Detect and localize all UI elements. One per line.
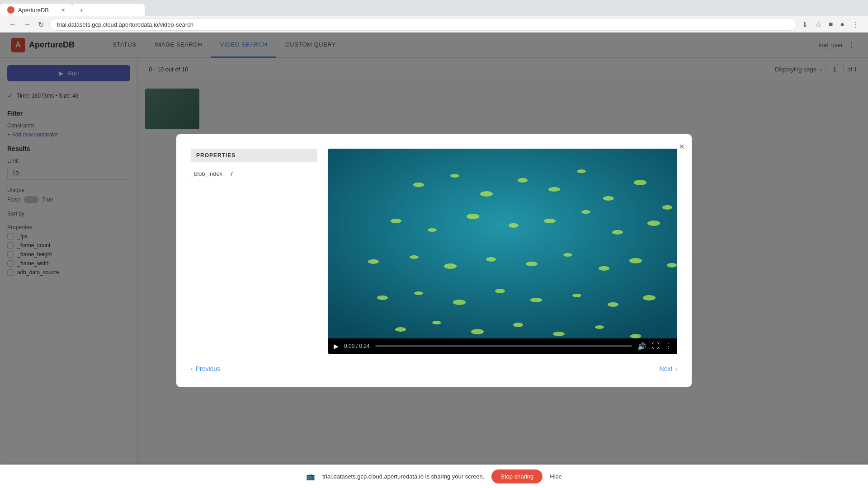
new-tab-button[interactable]: + xyxy=(72,4,145,16)
svg-point-20 xyxy=(410,255,419,259)
svg-point-36 xyxy=(643,295,656,300)
refresh-button[interactable]: ↻ xyxy=(36,19,46,31)
svg-point-26 xyxy=(629,258,642,263)
svg-point-22 xyxy=(486,257,496,262)
svg-point-43 xyxy=(630,334,641,338)
svg-point-2 xyxy=(450,174,459,178)
svg-point-9 xyxy=(662,205,672,210)
previous-button[interactable]: ‹ Previous xyxy=(191,365,220,372)
next-label: Next xyxy=(660,365,673,372)
screen-share-icon: 📺 xyxy=(306,472,315,481)
svg-point-10 xyxy=(391,219,401,223)
tab-bar: ApertureDB × + xyxy=(0,0,868,16)
prev-label: Previous xyxy=(196,365,220,372)
svg-point-12 xyxy=(467,214,479,219)
svg-rect-0 xyxy=(328,149,677,338)
svg-point-33 xyxy=(530,298,542,302)
modal-overlay[interactable]: × PROPERTIES _blob_index 7 xyxy=(0,33,868,488)
svg-point-11 xyxy=(428,228,437,232)
modal-video-panel: ▶ 0:00 / 0:24 🔊 ⛶ ⋮ xyxy=(328,149,677,354)
close-tab-button[interactable]: × xyxy=(61,6,65,14)
menu-icon[interactable]: ⋮ xyxy=(850,19,861,31)
svg-point-42 xyxy=(595,325,604,329)
svg-point-5 xyxy=(548,187,560,192)
extension-icon[interactable]: ■ xyxy=(827,19,835,30)
svg-point-23 xyxy=(526,262,538,266)
svg-point-30 xyxy=(414,291,423,295)
video-controls: ▶ 0:00 / 0:24 🔊 ⛶ ⋮ xyxy=(328,338,677,354)
svg-point-41 xyxy=(553,332,565,336)
modal-properties-panel: PROPERTIES _blob_index 7 xyxy=(191,149,317,354)
screen-share-message: trial.datasets.gcp.cloud.aperturedata.io… xyxy=(322,473,484,480)
svg-point-40 xyxy=(513,323,523,327)
tab-title: ApertureDB xyxy=(18,7,49,14)
stop-sharing-button[interactable]: Stop sharing xyxy=(491,469,542,483)
bookmark-icon[interactable]: ☆ xyxy=(813,19,823,31)
back-button[interactable]: ← xyxy=(7,19,18,30)
svg-point-1 xyxy=(413,183,424,187)
url-bar[interactable]: trial.datasets.gcp.cloud.aperturedata.io… xyxy=(49,18,797,31)
volume-button[interactable]: 🔊 xyxy=(637,342,646,351)
hide-button[interactable]: Hide xyxy=(550,473,562,480)
svg-point-8 xyxy=(634,180,646,185)
svg-point-29 xyxy=(377,296,388,300)
svg-point-13 xyxy=(509,223,519,228)
next-arrow-icon: › xyxy=(675,365,677,372)
modal-dialog: × PROPERTIES _blob_index 7 xyxy=(176,134,692,387)
modal-footer: ‹ Previous Next › xyxy=(191,365,677,372)
video-container: ▶ 0:00 / 0:24 🔊 ⛶ ⋮ xyxy=(328,149,677,354)
play-button[interactable]: ▶ xyxy=(334,343,339,350)
svg-point-38 xyxy=(432,321,441,324)
fish-scene xyxy=(328,149,677,338)
blob-index-property: _blob_index 7 xyxy=(191,168,317,180)
svg-point-24 xyxy=(563,253,572,257)
forward-button[interactable]: → xyxy=(22,19,33,30)
svg-point-17 xyxy=(647,221,660,226)
modal-close-button[interactable]: × xyxy=(679,141,684,152)
blob-index-key: _blob_index xyxy=(191,170,222,177)
svg-point-7 xyxy=(603,196,614,201)
video-frame xyxy=(328,149,677,338)
screen-share-bar: 📺 trial.datasets.gcp.cloud.aperturedata.… xyxy=(0,465,868,488)
next-button[interactable]: Next › xyxy=(660,365,677,372)
browser-chrome: ApertureDB × + ← → ↻ trial.datasets.gcp.… xyxy=(0,0,868,33)
properties-header: PROPERTIES xyxy=(191,149,317,162)
tab-favicon xyxy=(7,6,14,14)
blob-index-value: 7 xyxy=(230,170,233,177)
svg-point-37 xyxy=(395,327,406,332)
svg-point-35 xyxy=(608,302,618,307)
svg-point-25 xyxy=(599,266,609,271)
more-options-button[interactable]: ⋮ xyxy=(665,342,672,351)
svg-point-16 xyxy=(612,230,623,235)
svg-point-39 xyxy=(471,329,484,334)
svg-point-34 xyxy=(572,294,581,297)
modal-body: PROPERTIES _blob_index 7 xyxy=(191,149,677,354)
svg-point-14 xyxy=(544,219,556,223)
svg-point-27 xyxy=(667,263,677,267)
prev-arrow-icon: ‹ xyxy=(191,365,193,372)
active-tab[interactable]: ApertureDB × xyxy=(0,4,72,16)
video-progress-bar[interactable] xyxy=(375,345,632,347)
svg-point-3 xyxy=(480,191,493,197)
svg-point-15 xyxy=(581,210,590,214)
video-time: 0:00 / 0:24 xyxy=(344,343,370,349)
address-bar: ← → ↻ trial.datasets.gcp.cloud.apertured… xyxy=(0,16,868,33)
svg-point-31 xyxy=(453,300,466,305)
profile-icon[interactable]: ● xyxy=(838,19,846,30)
svg-point-19 xyxy=(368,259,379,264)
svg-point-4 xyxy=(518,178,528,183)
svg-point-21 xyxy=(444,263,457,269)
download-icon[interactable]: ⇓ xyxy=(800,19,810,31)
url-text: trial.datasets.gcp.cloud.aperturedata.io… xyxy=(57,21,193,28)
svg-point-32 xyxy=(495,289,505,293)
fullscreen-button[interactable]: ⛶ xyxy=(652,342,659,350)
svg-point-6 xyxy=(577,169,586,173)
